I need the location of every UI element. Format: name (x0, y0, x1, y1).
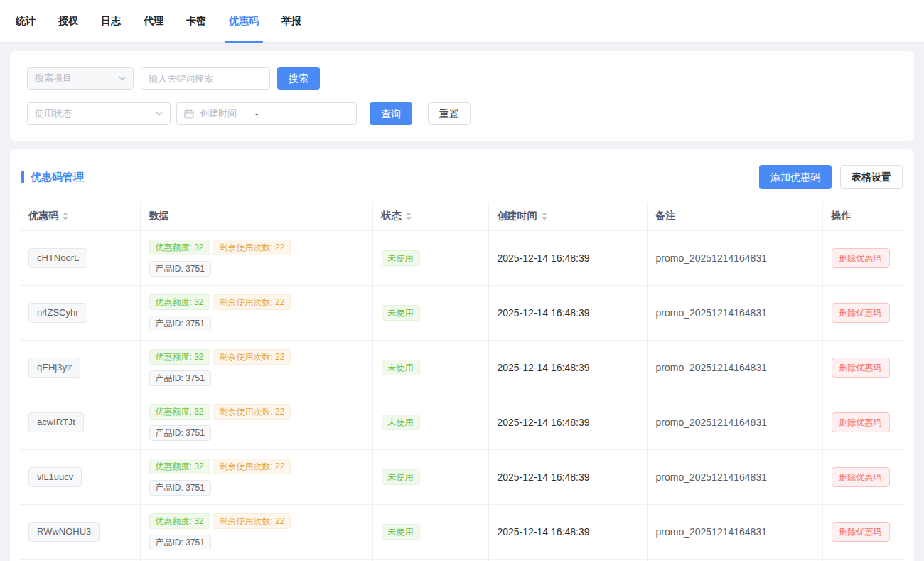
created-time: 2025-12-14 16:48:39 (488, 285, 647, 340)
column-header: 操作 (822, 202, 904, 230)
status-badge: 未使用 (382, 524, 420, 540)
status-badge: 未使用 (382, 360, 420, 375)
tab-优惠码[interactable]: 优惠码 (217, 0, 270, 42)
coupon-code-tag: vlL1uucv (28, 467, 82, 487)
query-button[interactable]: 查询 (370, 102, 412, 125)
data-tags-line2: 产品ID: 3751 (149, 316, 364, 331)
sort-icon[interactable] (406, 212, 412, 220)
product-id-tag: 产品ID: 3751 (149, 480, 211, 496)
coupon-code-tag: RWwNOHU3 (28, 522, 100, 542)
table-settings-button[interactable]: 表格设置 (840, 165, 903, 189)
panel-header: 优惠码管理 添加优惠码 表格设置 (20, 162, 904, 202)
remaining-uses-tag: 剩余使用次数: 22 (213, 404, 291, 420)
filter-row-keyword: 搜索项目 搜索 (27, 67, 897, 90)
tab-label: 举报 (281, 15, 301, 28)
tab-授权[interactable]: 授权 (47, 0, 90, 42)
amount-tag: 优惠额度: 32 (149, 513, 210, 529)
amount-tag: 优惠额度: 32 (149, 294, 210, 310)
search-field-select[interactable]: 搜索项目 (27, 67, 134, 90)
note-text: promo_20251214164831 (647, 395, 822, 449)
keyword-input[interactable] (141, 67, 270, 90)
reset-button[interactable]: 重置 (428, 102, 471, 125)
delete-coupon-button[interactable]: 删除优惠码 (832, 412, 890, 432)
add-coupon-button[interactable]: 添加优惠码 (759, 165, 832, 189)
created-time: 2025-12-14 16:48:39 (488, 230, 647, 285)
search-field-select-value: 搜索项目 (35, 72, 72, 85)
note-text: promo_20251214164831 (647, 285, 822, 340)
delete-coupon-button[interactable]: 删除优惠码 (832, 358, 890, 378)
data-tags-line1: 优惠额度: 32 剩余使用次数: 22 (149, 459, 364, 474)
tab-日志[interactable]: 日志 (90, 0, 132, 42)
data-tags-line1: 优惠额度: 32 剩余使用次数: 22 (149, 240, 364, 255)
created-time: 2025-12-14 16:48:39 (488, 340, 647, 395)
delete-coupon-button[interactable]: 删除优惠码 (832, 522, 890, 542)
table-header-row: 优惠码 数据 状态 创建时间 备注 操作 (20, 202, 904, 230)
remaining-uses-tag: 剩余使用次数: 22 (213, 513, 291, 529)
product-id-tag: 产品ID: 3751 (149, 261, 211, 277)
status-badge: 未使用 (382, 250, 420, 266)
remaining-uses-tag: 剩余使用次数: 22 (213, 459, 291, 474)
panel-actions: 添加优惠码 表格设置 (759, 165, 903, 189)
delete-coupon-button[interactable]: 删除优惠码 (832, 248, 890, 268)
remaining-uses-tag: 剩余使用次数: 22 (213, 349, 291, 365)
data-tags-line1: 优惠额度: 32 剩余使用次数: 22 (149, 294, 364, 310)
column-label: 数据 (149, 210, 169, 223)
tab-label: 卡密 (186, 15, 206, 28)
status-select-value: 使用状态 (35, 107, 72, 120)
table-row: vlL1uucv 优惠额度: 32 剩余使用次数: 22 产品ID: 3751 … (20, 449, 904, 504)
data-tags-line1: 优惠额度: 32 剩余使用次数: 22 (149, 404, 364, 420)
created-time: 2025-12-14 16:48:39 (488, 504, 647, 559)
status-badge: 未使用 (382, 305, 420, 321)
tab-label: 优惠码 (229, 15, 259, 28)
data-tags-line2: 产品ID: 3751 (149, 425, 364, 441)
filter-row-status: 使用状态 创建时间 - 查询 重置 (27, 102, 897, 125)
chevron-down-icon (119, 75, 126, 82)
created-time: 2025-12-14 16:48:39 (488, 395, 647, 449)
date-range-separator: - (255, 109, 258, 119)
status-select[interactable]: 使用状态 (27, 102, 171, 125)
coupon-code-tag: qEHj3ylr (28, 358, 80, 378)
column-header: 优惠码 (20, 202, 140, 230)
amount-tag: 优惠额度: 32 (149, 459, 210, 474)
tab-label: 统计 (16, 15, 36, 28)
created-date-range-picker[interactable]: 创建时间 - (176, 102, 357, 125)
table-body: cHTNoorL 优惠额度: 32 剩余使用次数: 22 产品ID: 3751 … (20, 230, 904, 561)
coupon-table: 优惠码 数据 状态 创建时间 备注 操作 cHTNoorL (20, 202, 904, 561)
created-time: 2025-12-14 16:48:39 (488, 449, 647, 504)
column-label: 创建时间 (498, 210, 537, 223)
tab-统计[interactable]: 统计 (4, 0, 47, 42)
date-range-placeholder: 创建时间 (200, 107, 237, 120)
tab-label: 授权 (58, 15, 78, 28)
table-row: qEHj3ylr 优惠额度: 32 剩余使用次数: 22 产品ID: 3751 … (20, 340, 904, 395)
filter-panel: 搜索项目 搜索 使用状态 创建时间 - (10, 51, 914, 141)
sort-icon[interactable] (542, 212, 547, 220)
table-row: acwIRTJt 优惠额度: 32 剩余使用次数: 22 产品ID: 3751 … (20, 395, 904, 449)
tab-卡密[interactable]: 卡密 (175, 0, 217, 42)
remaining-uses-tag: 剩余使用次数: 22 (213, 240, 291, 255)
product-id-tag: 产品ID: 3751 (149, 425, 211, 441)
tab-代理[interactable]: 代理 (132, 0, 175, 42)
column-label: 优惠码 (28, 210, 58, 223)
data-tags-line1: 优惠额度: 32 剩余使用次数: 22 (149, 513, 364, 529)
search-button[interactable]: 搜索 (277, 67, 320, 90)
data-tags-line1: 优惠额度: 32 剩余使用次数: 22 (149, 349, 364, 365)
column-header: 状态 (372, 202, 488, 230)
calendar-icon (184, 109, 194, 119)
product-id-tag: 产品ID: 3751 (149, 370, 211, 386)
amount-tag: 优惠额度: 32 (149, 349, 210, 365)
coupon-code-tag: acwIRTJt (28, 412, 84, 432)
coupon-code-tag: cHTNoorL (28, 248, 87, 268)
remaining-uses-tag: 剩余使用次数: 22 (213, 294, 291, 310)
coupon-code-tag: n4ZSCyhr (28, 303, 87, 323)
coupon-panel: 优惠码管理 添加优惠码 表格设置 优惠码 数据 状态 创建时间 (10, 149, 914, 561)
delete-coupon-button[interactable]: 删除优惠码 (832, 303, 890, 323)
data-tags-line2: 产品ID: 3751 (149, 261, 364, 277)
top-nav: 统计 授权 日志 代理 卡密 优惠码 举报 (0, 0, 924, 43)
tab-举报[interactable]: 举报 (270, 0, 313, 42)
column-label: 状态 (382, 210, 402, 223)
sort-icon[interactable] (63, 212, 68, 220)
delete-coupon-button[interactable]: 删除优惠码 (832, 467, 890, 487)
status-badge: 未使用 (382, 415, 420, 430)
table-row: RWwNOHU3 优惠额度: 32 剩余使用次数: 22 产品ID: 3751 … (20, 504, 904, 559)
chevron-down-icon (156, 110, 163, 117)
